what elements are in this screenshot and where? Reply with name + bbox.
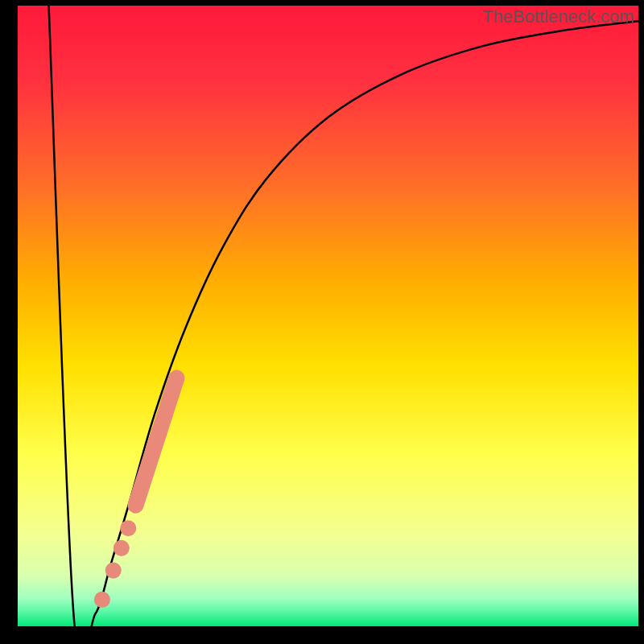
marker-dot [94,592,110,608]
attribution-text: TheBottleneck.com [483,6,634,27]
chart-svg [18,6,638,626]
plot-area [18,6,638,626]
marker-dot [120,520,136,536]
marker-dot [114,540,130,556]
chart-container: TheBottleneck.com [0,0,644,644]
marker-dot [105,563,122,579]
gradient-background [18,6,638,626]
